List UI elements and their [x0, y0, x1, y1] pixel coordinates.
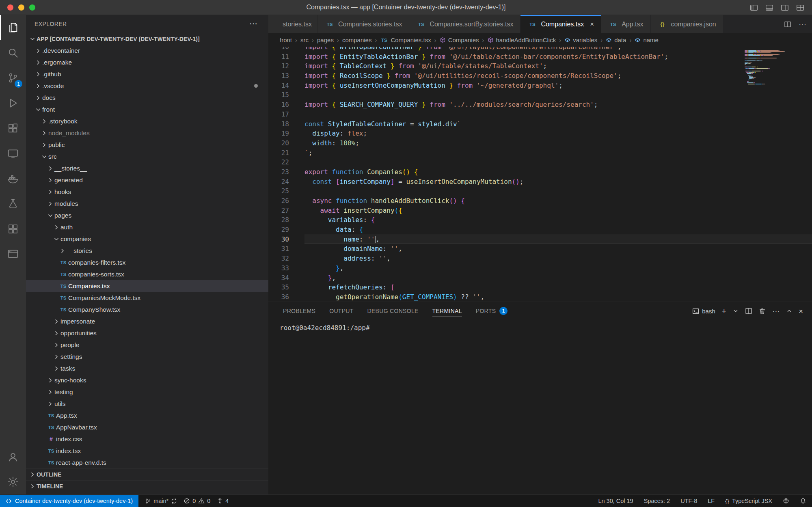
tree-item-impersonate[interactable]: impersonate: [26, 315, 268, 327]
tree-item-react-app-env-d-ts[interactable]: TSreact-app-env.d.ts: [26, 457, 268, 468]
terminal[interactable]: root@0a42ecd84891:/app#: [268, 320, 812, 332]
toggle-secondary-sidebar-icon[interactable]: [780, 3, 789, 12]
zoom-window-button[interactable]: [29, 4, 35, 11]
tab-stories-tsx[interactable]: stories.tsx: [268, 15, 318, 33]
activity-kubernetes[interactable]: [0, 216, 26, 242]
tab-companies-stories-tsx[interactable]: TSCompanies.stories.tsx: [318, 15, 409, 33]
tree-item-front[interactable]: front: [26, 104, 268, 115]
branch-indicator[interactable]: main*: [145, 498, 177, 504]
tab-app-tsx[interactable]: TSApp.tsx: [601, 15, 650, 33]
activity-docker[interactable]: [0, 166, 26, 191]
breadcrumb-pages[interactable]: pages: [317, 37, 334, 43]
tree-item-companies[interactable]: companies: [26, 233, 268, 245]
breadcrumb-data[interactable]: data: [606, 37, 626, 43]
tree-item-utils[interactable]: utils: [26, 398, 268, 410]
tree-item-docs[interactable]: docs: [26, 92, 268, 104]
tree-item-companies-filters-tsx[interactable]: TScompanies-filters.tsx: [26, 257, 268, 268]
split-terminal-icon[interactable]: [745, 307, 752, 315]
panel-tab-problems[interactable]: PROBLEMS: [283, 302, 315, 320]
feedback-indicator[interactable]: [783, 498, 789, 504]
tree-item-stories[interactable]: __stories__: [26, 245, 268, 257]
ports-indicator[interactable]: 4: [217, 498, 229, 504]
timeline-section-header[interactable]: TIMELINE: [26, 480, 268, 492]
split-editor-icon[interactable]: [784, 21, 791, 28]
close-panel-icon[interactable]: ×: [799, 307, 803, 315]
activity-live-preview[interactable]: [0, 242, 26, 267]
toggle-primary-sidebar-icon[interactable]: [749, 3, 758, 12]
tree-item-src[interactable]: src: [26, 151, 268, 162]
tree-item-tasks[interactable]: tasks: [26, 362, 268, 374]
tree-item-settings[interactable]: settings: [26, 351, 268, 362]
activity-testing[interactable]: [0, 191, 26, 216]
activity-extensions[interactable]: [0, 116, 26, 141]
tree-item-testing[interactable]: testing: [26, 386, 268, 398]
breadcrumb-companies-tsx[interactable]: TSCompanies.tsx: [380, 37, 431, 43]
tree-item-appnavbar-tsx[interactable]: TSAppNavbar.tsx: [26, 421, 268, 433]
panel-tab-output[interactable]: OUTPUT: [329, 302, 353, 320]
code-editor[interactable]: 10import { WithTopBarContainer } from '@…: [268, 47, 812, 302]
tree-item-stories[interactable]: __stories__: [26, 162, 268, 174]
tree-item-sync-hooks[interactable]: sync-hooks: [26, 374, 268, 386]
breadcrumb-src[interactable]: src: [300, 37, 309, 43]
minimap[interactable]: [745, 48, 806, 85]
panel-more-actions-icon[interactable]: ···: [772, 307, 780, 315]
tree-item-ergomake[interactable]: .ergomake: [26, 56, 268, 68]
outline-section-header[interactable]: OUTLINE: [26, 468, 268, 480]
tree-item-github[interactable]: .github: [26, 68, 268, 80]
tree-item-index-css[interactable]: #index.css: [26, 433, 268, 445]
notifications-indicator[interactable]: [800, 498, 806, 504]
language-mode[interactable]: {} TypeScript JSX: [725, 498, 772, 504]
panel-tab-ports[interactable]: PORTS1: [476, 302, 508, 320]
cursor-position[interactable]: Ln 30, Col 19: [598, 498, 633, 504]
tree-item-pages[interactable]: pages: [26, 209, 268, 221]
tree-item-people[interactable]: people: [26, 339, 268, 351]
tab-companies-json[interactable]: {}companies.json: [651, 15, 723, 33]
activity-accounts[interactable]: [0, 444, 26, 469]
workspace-root-folder[interactable]: APP [CONTAINER DEV-TWENTY-DEV (DEV-TWENT…: [26, 33, 268, 45]
tree-item-opportunities[interactable]: opportunities: [26, 327, 268, 339]
tab-companies-sortby-stories-tsx[interactable]: TSCompanies.sortBy.stories.tsx: [409, 15, 520, 33]
panel-tab-terminal[interactable]: TERMINAL: [432, 302, 462, 320]
explorer-more-actions-icon[interactable]: ···: [250, 20, 258, 28]
activity-search[interactable]: [0, 40, 26, 65]
eol-indicator[interactable]: LF: [708, 498, 715, 504]
encoding-indicator[interactable]: UTF-8: [680, 498, 697, 504]
tree-item-companyshow-tsx[interactable]: TSCompanyShow.tsx: [26, 304, 268, 315]
tree-item-storybook[interactable]: .storybook: [26, 115, 268, 127]
tree-item-auth[interactable]: auth: [26, 221, 268, 233]
activity-remote-explorer[interactable]: [0, 141, 26, 166]
activity-run-debug[interactable]: [0, 91, 26, 116]
breadcrumb-variables[interactable]: variables: [564, 37, 597, 43]
tree-item-companies-tsx[interactable]: TSCompanies.tsx: [26, 280, 268, 292]
problems-indicator[interactable]: 0 0: [184, 498, 210, 504]
breadcrumb-companies[interactable]: companies: [342, 37, 372, 43]
maximize-panel-icon[interactable]: [786, 308, 792, 314]
customize-layout-icon[interactable]: [796, 3, 805, 12]
editor-more-actions-icon[interactable]: ···: [799, 20, 806, 28]
breadcrumb-name[interactable]: name: [635, 37, 659, 43]
close-window-button[interactable]: [7, 4, 13, 11]
toggle-panel-icon[interactable]: [765, 3, 774, 12]
remote-indicator[interactable]: Container dev-twenty-dev (dev-twenty-dev…: [0, 495, 138, 507]
kill-terminal-icon[interactable]: [759, 308, 766, 315]
tree-item-generated[interactable]: generated: [26, 174, 268, 186]
activity-settings[interactable]: [0, 469, 26, 494]
tree-item-index-tsx[interactable]: TSindex.tsx: [26, 445, 268, 457]
tree-item-companies-sorts-tsx[interactable]: TScompanies-sorts.tsx: [26, 268, 268, 280]
close-tab-icon[interactable]: ×: [590, 20, 594, 28]
activity-source-control[interactable]: 1: [0, 65, 26, 91]
breadcrumb-front[interactable]: front: [280, 37, 292, 43]
panel-tab-debug-console[interactable]: DEBUG CONSOLE: [367, 302, 419, 320]
breadcrumb-companies[interactable]: Companies: [440, 37, 479, 43]
new-terminal-icon[interactable]: +: [722, 307, 726, 315]
terminal-profiles-chevron-icon[interactable]: [733, 308, 739, 314]
tree-item-vscode[interactable]: .vscode: [26, 80, 268, 92]
breadcrumb-handleaddbuttonclick[interactable]: handleAddButtonClick: [488, 37, 556, 43]
activity-explorer[interactable]: [0, 15, 26, 40]
tab-companies-tsx[interactable]: TSCompanies.tsx×: [520, 15, 601, 33]
tree-item-hooks[interactable]: hooks: [26, 186, 268, 198]
tree-item-companiesmockmode-tsx[interactable]: TSCompaniesMockMode.tsx: [26, 292, 268, 304]
indentation-indicator[interactable]: Spaces: 2: [644, 498, 670, 504]
tree-item-public[interactable]: public: [26, 139, 268, 151]
tree-item-modules[interactable]: modules: [26, 198, 268, 209]
